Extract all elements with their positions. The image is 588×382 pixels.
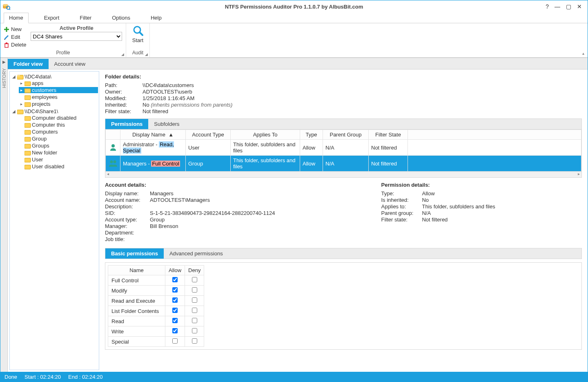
tree-node-customers[interactable]: ▸customers [19,87,98,93]
svg-rect-26 [24,158,31,162]
ribbon-collapse-icon[interactable]: ▴ [582,51,584,56]
svg-rect-8 [5,44,8,47]
folder-owner: ADTOOLTEST\userb [143,89,582,95]
permissions-table[interactable]: Display Name ▲ Account Type Applies To T… [105,130,581,172]
audit-group-label: Audit [132,50,143,56]
bp-deny-checkbox[interactable] [192,297,197,303]
tab-folder-view[interactable]: Folder view [8,59,49,69]
tree-node-root1[interactable]: ◢\\DC4\data\ [11,74,98,80]
window-title: NTFS Permissions Auditor Pro 1.1.0.7 by … [225,4,363,10]
menubar: Home Export Filter Options Help [0,13,588,23]
svg-rect-22 [24,130,31,134]
minimize-icon[interactable]: — [555,3,560,10]
account-display-name: Managers [150,190,275,197]
tree-node-s1[interactable]: Computer disabled [19,115,98,121]
svg-rect-17 [24,96,31,100]
svg-rect-23 [24,137,31,141]
user-icon [106,140,120,156]
status-start: Start : 02:24:20 [24,374,61,380]
account-details-title: Account details: [105,182,275,188]
bp-allow-checkbox[interactable] [172,308,178,313]
bp-deny-checkbox[interactable] [192,287,197,293]
tab-account-view[interactable]: Account view [49,59,91,69]
tree-node-s6[interactable]: New folder [19,150,98,156]
account-manager: Bill Brenson [150,223,275,229]
bp-allow-checkbox[interactable] [172,328,178,333]
group-icon [106,156,120,172]
delete-profile-button[interactable]: Delete [3,41,27,48]
tab-advanced-permissions[interactable]: Advanced permissions [164,248,229,259]
perm-row-administrator[interactable]: Administrator - Read, Special User This … [106,140,581,156]
tab-subfolders[interactable]: Subfolders [148,119,185,129]
account-type: Group [150,217,275,223]
svg-rect-21 [24,123,31,127]
col-type[interactable]: Type [300,130,323,140]
close-icon[interactable]: ✕ [577,3,582,10]
bp-deny-checkbox[interactable] [192,308,197,313]
bp-col-name[interactable]: Name [108,266,165,275]
menu-home[interactable]: Home [4,13,29,23]
menu-options[interactable]: Options [107,13,135,23]
bp-allow-checkbox[interactable] [172,338,178,344]
tree-node-s2[interactable]: Computer this [19,122,98,128]
bp-allow-checkbox[interactable] [172,297,178,303]
tab-permissions[interactable]: Permissions [105,119,148,129]
col-applies-to[interactable]: Applies To [231,130,300,140]
history-expand-icon[interactable]: ▶ [2,60,6,64]
bp-allow-checkbox[interactable] [172,287,178,293]
tree-node-s5[interactable]: Groups [19,143,98,149]
folder-modified: 1/25/2018 1:16:45 AM [143,95,582,101]
bp-allow-checkbox[interactable] [172,318,178,323]
table-hscroll[interactable] [105,172,581,177]
svg-rect-14 [17,75,20,76]
start-button[interactable]: Start [129,25,147,43]
bp-deny-checkbox[interactable] [192,338,197,344]
svg-line-3 [9,9,10,10]
audit-group-launcher-icon[interactable]: ◢ [145,52,148,56]
svg-rect-27 [24,165,31,169]
tree-node-projects[interactable]: ▸projects [19,101,98,107]
col-parent-group[interactable]: Parent Group [323,130,369,140]
bp-allow-checkbox[interactable] [172,277,178,282]
app-icon [3,3,10,10]
permdetail-filter: Not filtered [422,217,495,223]
menu-export[interactable]: Export [39,13,65,23]
perm-row-managers[interactable]: Managers - Full Control Group This folde… [106,156,581,172]
help-icon[interactable]: ? [546,3,549,10]
folder-tree[interactable]: ◢\\DC4\data\ ▸apps ▸customers employees … [9,71,99,370]
col-display-name[interactable]: Display Name ▲ [120,130,186,140]
permdetail-applies: This folder, subfolders and files [422,203,495,210]
tree-node-employees[interactable]: employees [19,94,98,100]
tree-node-s8[interactable]: User disabled [19,163,98,170]
svg-rect-25 [24,151,31,155]
tab-basic-permissions[interactable]: Basic permissions [105,248,164,259]
edit-profile-button[interactable]: Edit [3,34,27,40]
bp-deny-checkbox[interactable] [192,318,197,323]
bp-deny-checkbox[interactable] [192,328,197,333]
bp-col-allow[interactable]: Allow [165,266,185,275]
status-bar: Done Start : 02:24:20 End : 02:24:20 [0,372,588,382]
history-rail[interactable]: ▶ HISTORY [0,58,8,372]
tree-node-s7[interactable]: User [19,156,98,163]
col-filter-state[interactable]: Filter State [369,130,408,140]
new-profile-button[interactable]: New [3,26,27,33]
profile-select[interactable]: DC4 Shares [31,32,122,41]
tree-node-s3[interactable]: Computers [19,129,98,135]
tree-node-s4[interactable]: Group [19,136,98,142]
col-account-type[interactable]: Account Type [186,130,231,140]
history-label: HISTORY [2,68,7,88]
basic-permissions-table: Name Allow Deny Full ControlModifyRead a… [108,265,204,347]
profile-group-label: Profile [56,50,70,56]
menu-filter[interactable]: Filter [75,13,96,23]
svg-rect-7 [4,39,5,40]
details-panel: Folder details: Path:\\DC4\data\customer… [99,69,588,372]
bp-row: Full Control [108,275,204,286]
bp-deny-checkbox[interactable] [192,277,197,282]
menu-help[interactable]: Help [146,13,167,23]
tree-node-apps[interactable]: ▸apps [19,80,98,86]
maximize-icon[interactable]: ▢ [566,3,571,10]
bp-col-deny[interactable]: Deny [185,266,204,275]
profile-group-launcher-icon[interactable]: ◢ [121,52,124,56]
folder-details-title: Folder details: [105,74,582,80]
tree-node-root2[interactable]: ◢\\DC4\Share1\ [11,108,98,114]
